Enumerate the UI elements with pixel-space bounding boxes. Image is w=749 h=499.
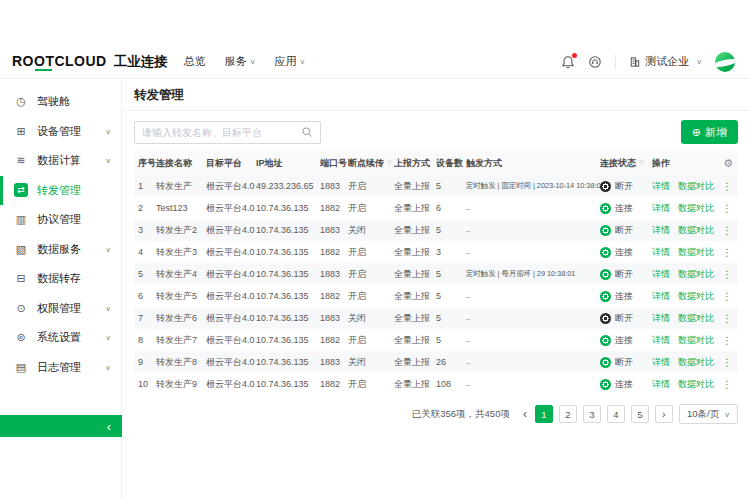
action-detail-link[interactable]: 详情 xyxy=(652,290,670,303)
more-actions-icon[interactable]: ⋮ xyxy=(722,313,732,324)
cell-devices: 5 xyxy=(436,313,466,323)
more-actions-icon[interactable]: ⋮ xyxy=(722,225,732,236)
status-text: 断开 xyxy=(615,224,633,237)
cell-port: 1883 xyxy=(320,181,348,191)
table-row: 10转发生产9根云平台4.010.74.36.1351882开启全量上报108–… xyxy=(134,373,738,395)
next-page-button[interactable]: › xyxy=(655,405,673,423)
action-data-compare-link[interactable]: 数据对比 xyxy=(678,378,714,391)
sidebar-collapse-button[interactable]: ‹ xyxy=(0,415,122,437)
sidebar-item-protocol[interactable]: ▥协议管理 xyxy=(0,205,121,235)
nav-item-overview[interactable]: 总览 xyxy=(184,54,206,69)
cell-name: 转发生产3 xyxy=(156,246,206,259)
add-button[interactable]: ⊕ 新增 xyxy=(681,120,738,144)
cell-report: 全量上报 xyxy=(394,202,436,215)
action-data-compare-link[interactable]: 数据对比 xyxy=(678,202,714,215)
cell-platform: 根云平台4.0 xyxy=(206,202,256,215)
sidebar-item-compute[interactable]: ≋数据计算∨ xyxy=(0,146,121,176)
action-detail-link[interactable]: 详情 xyxy=(652,202,670,215)
page-size-select[interactable]: 10条/页 ∨ xyxy=(679,404,738,424)
sidebar-item-log[interactable]: ▤日志管理∨ xyxy=(0,353,121,383)
plus-circle-icon: ⊕ xyxy=(692,127,701,138)
search-icon[interactable] xyxy=(301,126,313,138)
action-detail-link[interactable]: 详情 xyxy=(652,356,670,369)
page-button-5[interactable]: 5 xyxy=(631,405,649,423)
action-data-compare-link[interactable]: 数据对比 xyxy=(678,268,714,281)
nav-item-services[interactable]: 服务∨ xyxy=(225,54,256,69)
more-actions-icon[interactable]: ⋮ xyxy=(722,181,732,192)
action-detail-link[interactable]: 详情 xyxy=(652,378,670,391)
action-detail-link[interactable]: 详情 xyxy=(652,334,670,347)
more-actions-icon[interactable]: ⋮ xyxy=(722,247,732,258)
more-actions-icon[interactable]: ⋮ xyxy=(722,291,732,302)
sidebar-item-data-service[interactable]: ▧数据服务∨ xyxy=(0,235,121,265)
chevron-down-icon: ∨ xyxy=(105,334,111,342)
filter-icon[interactable]: ▽ xyxy=(387,159,392,167)
action-data-compare-link[interactable]: 数据对比 xyxy=(678,180,714,193)
cell-devices: 5 xyxy=(436,181,466,191)
page-button-1[interactable]: 1 xyxy=(535,405,553,423)
page-button-4[interactable]: 4 xyxy=(607,405,625,423)
sidebar-item-forward[interactable]: ⇄转发管理 xyxy=(0,176,121,206)
action-detail-link[interactable]: 详情 xyxy=(652,268,670,281)
logo-product-name: 工业连接 xyxy=(114,53,168,71)
logo[interactable]: ROOTCLOUD 工业连接 xyxy=(12,53,168,71)
chevron-down-icon: ∨ xyxy=(105,245,111,253)
action-detail-link[interactable]: 详情 xyxy=(652,224,670,237)
building-icon xyxy=(629,56,641,68)
table-row: 4转发生产3根云平台4.010.74.36.1351882开启全量上报3–连接详… xyxy=(134,241,738,263)
cell-resume: 关闭 xyxy=(348,356,394,369)
page-button-3[interactable]: 3 xyxy=(583,405,601,423)
filter-icon[interactable]: ▽ xyxy=(639,159,644,167)
action-data-compare-link[interactable]: 数据对比 xyxy=(678,246,714,259)
column-header-ip: IP地址 xyxy=(256,157,320,170)
column-header-resume: 断点续传▽ xyxy=(348,157,394,170)
cell-trigger: – xyxy=(466,248,600,257)
notification-bell-icon[interactable] xyxy=(561,55,575,69)
more-actions-icon[interactable]: ⋮ xyxy=(722,379,732,390)
cell-resume: 关闭 xyxy=(348,312,394,325)
sidebar-item-device[interactable]: ⊞设备管理∨ xyxy=(0,117,121,147)
action-data-compare-link[interactable]: 数据对比 xyxy=(678,312,714,325)
cell-report: 全量上报 xyxy=(394,268,436,281)
more-actions-icon[interactable]: ⋮ xyxy=(722,357,732,368)
cell-no: 3 xyxy=(134,225,156,235)
sidebar-item-system[interactable]: ⊚系统设置∨ xyxy=(0,323,121,353)
action-data-compare-link[interactable]: 数据对比 xyxy=(678,224,714,237)
search-input[interactable] xyxy=(142,127,301,138)
sidebar-item-data-dump[interactable]: ⊟数据转存 xyxy=(0,264,121,294)
more-actions-icon[interactable]: ⋮ xyxy=(722,335,732,346)
action-detail-link[interactable]: 详情 xyxy=(652,312,670,325)
page-button-2[interactable]: 2 xyxy=(559,405,577,423)
action-data-compare-link[interactable]: 数据对比 xyxy=(678,334,714,347)
table-row: 7转发生产6根云平台4.010.74.36.1351883关闭全量上报5–断开详… xyxy=(134,307,738,329)
cell-resume: 开启 xyxy=(348,246,394,259)
action-data-compare-link[interactable]: 数据对比 xyxy=(678,356,714,369)
help-support-icon[interactable] xyxy=(588,55,602,69)
sidebar-item-label: 日志管理 xyxy=(37,360,105,375)
user-avatar[interactable] xyxy=(715,52,735,72)
more-actions-icon[interactable]: ⋮ xyxy=(722,203,732,214)
nav-item-apps[interactable]: 应用∨ xyxy=(275,54,306,69)
column-header-label: 上报方式 xyxy=(394,157,430,170)
table-settings-icon[interactable]: ⚙ xyxy=(723,157,733,170)
cell-no: 8 xyxy=(134,335,156,345)
cell-resume: 开启 xyxy=(348,268,394,281)
cell-report: 全量上报 xyxy=(394,180,436,193)
status-cell status-cell: 连接 xyxy=(600,378,652,391)
action-detail-link[interactable]: 详情 xyxy=(652,180,670,193)
tenant-switcher[interactable]: 测试企业 ∨ xyxy=(629,54,702,69)
column-header-devices: 设备数 xyxy=(436,157,466,170)
cell-no: 10 xyxy=(134,379,156,389)
cell-resume: 开启 xyxy=(348,180,394,193)
more-actions-icon[interactable]: ⋮ xyxy=(722,269,732,280)
sidebar-item-permission[interactable]: ⊙权限管理∨ xyxy=(0,294,121,324)
action-detail-link[interactable]: 详情 xyxy=(652,246,670,259)
cell-resume: 关闭 xyxy=(348,224,394,237)
cell-port: 1883 xyxy=(320,357,348,367)
cell-platform: 根云平台4.0 xyxy=(206,180,256,193)
table-body: 1转发生产根云平台4.049.233.236.651883开启全量上报5定时触发… xyxy=(134,175,738,395)
table-row: 9转发生产8根云平台4.010.74.36.1351883关闭全量上报26–断开… xyxy=(134,351,738,373)
action-data-compare-link[interactable]: 数据对比 xyxy=(678,290,714,303)
previous-page-button[interactable]: ‹ xyxy=(521,407,529,421)
sidebar-item-cockpit[interactable]: ◷驾驶舱 xyxy=(0,87,121,117)
